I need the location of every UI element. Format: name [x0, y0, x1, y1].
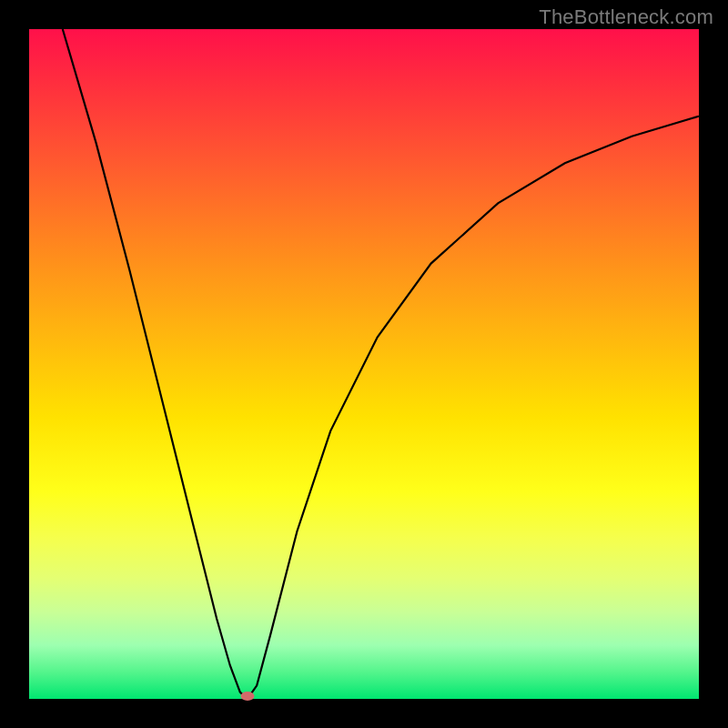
optimal-point-marker: [240, 692, 254, 701]
plot-area: [29, 29, 699, 699]
bottleneck-curve: [29, 29, 699, 699]
watermark-text: TheBottleneck.com: [539, 5, 713, 29]
chart-container: TheBottleneck.com: [0, 0, 728, 728]
